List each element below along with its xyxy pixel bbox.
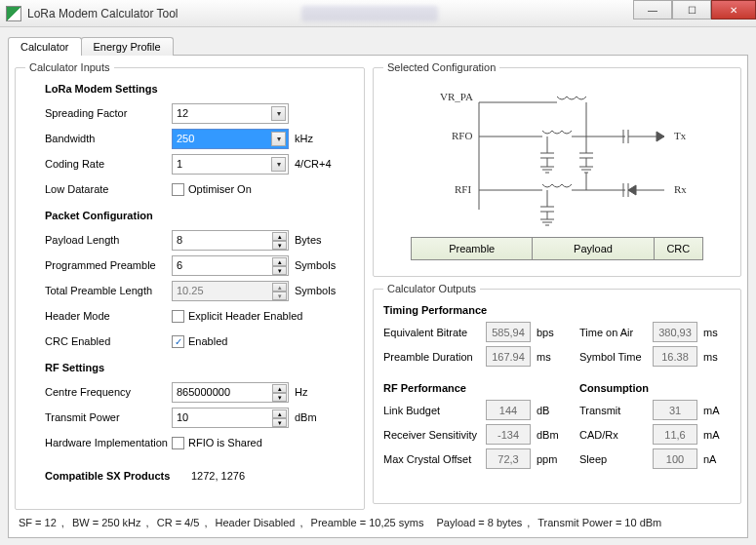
transmit-power-spin[interactable]: 10 ▴▾ [172,408,289,428]
coding-rate-label: Coding Rate [45,158,172,170]
max-crystal-offset-value: 72,3 [486,448,531,469]
blurred-region [301,6,438,21]
compatible-sx-header: Compatible SX Products [45,470,191,482]
header-mode-text: Explicit Header Enabled [188,310,302,322]
packet-config-header: Packet Configuration [45,210,354,221]
crc-enabled-checkbox[interactable]: ✓ [172,335,184,348]
minimize-button[interactable]: — [633,0,672,19]
time-on-air-value: 380,93 [653,322,697,342]
link-budget-label: Link Budget [383,405,486,416]
status-bar: SF = 12, BW = 250 kHz, CR = 4/5, Header … [15,514,741,531]
close-button[interactable]: ✕ [711,0,756,19]
chevron-down-icon: ▾ [271,106,286,121]
receiver-sensitivity-label: Receiver Sensitivity [383,429,486,441]
receiver-sensitivity-unit: dBm [537,429,564,441]
down-icon[interactable]: ▾ [272,241,287,250]
svg-marker-15 [657,132,664,141]
max-crystal-offset-label: Max Crystal Offset [383,453,486,465]
bandwidth-label: Bandwidth [45,133,172,144]
svg-marker-29 [628,185,636,195]
rfio-shared-text: RFIO is Shared [188,437,262,448]
up-icon[interactable]: ▴ [272,232,287,241]
down-icon[interactable]: ▾ [272,266,287,275]
rfio-shared-checkbox[interactable] [172,437,184,449]
cons-cadrx-value: 11,6 [653,424,697,445]
preamble-duration-value: 167.94 [486,346,531,367]
status-hdr: Header Disabled [216,517,296,528]
up-icon[interactable]: ▴ [272,257,287,266]
tab-bar: Calculator Energy Profile [8,33,756,55]
calculator-outputs-group: Calculator Outputs Timing Performance Eq… [373,283,741,504]
outputs-legend: Calculator Outputs [383,283,480,294]
payload-length-spin[interactable]: 8 ▴▾ [172,230,289,251]
cons-transmit-value: 31 [653,400,697,420]
app-icon [6,6,21,21]
coding-rate-combo[interactable]: 1 ▾ [172,154,289,175]
programmed-preamble-spin[interactable]: 6 ▴▾ [172,255,289,276]
seg-preamble[interactable]: Preamble [412,238,533,259]
packet-structure-bar: Preamble Payload CRC [411,237,703,260]
equivalent-bitrate-unit: bps [537,327,564,338]
maximize-button[interactable]: ☐ [672,0,711,19]
rf-circuit-diagram: VR_PA RFO RFI Tx Rx [391,83,723,229]
max-crystal-offset-unit: ppm [537,453,564,465]
rfi-node: RFI [455,183,471,195]
cons-sleep-value: 100 [653,448,697,469]
cons-transmit-unit: mA [703,405,731,416]
programmed-preamble-unit: Symbols [295,259,343,271]
seg-crc[interactable]: CRC [655,238,702,259]
header-mode-label: Header Mode [45,310,172,322]
symbol-time-label: Symbol Time [579,351,653,363]
payload-length-unit: Bytes [295,234,343,246]
vrpa-node: VR_PA [440,91,473,102]
header-mode-checkbox[interactable] [172,310,184,323]
status-bw: BW = 250 kHz [72,517,141,528]
cons-sleep-label: Sleep [579,453,653,465]
spreading-factor-combo[interactable]: 12 ▾ [172,103,289,124]
centre-frequency-spin[interactable]: 865000000 ▴▾ [172,382,289,403]
symbol-time-unit: ms [703,351,731,363]
link-budget-unit: dB [537,405,564,416]
payload-length-label: Payload Length [45,234,172,246]
low-datarate-label: Low Datarate [45,183,172,195]
preamble-duration-unit: ms [537,351,564,363]
calculator-inputs-group: Calculator Inputs LoRa Modem Settings Sp… [15,61,365,510]
equivalent-bitrate-label: Equivalent Bitrate [383,327,486,338]
symbol-time-value: 16.38 [653,346,697,367]
status-cr: CR = 4/5 [157,517,200,528]
selected-config-legend: Selected Configuration [383,61,499,73]
up-icon[interactable]: ▴ [272,384,287,393]
tab-calculator[interactable]: Calculator [8,37,82,56]
inputs-legend: Calculator Inputs [25,61,114,73]
calculator-panel: Calculator Inputs LoRa Modem Settings Sp… [8,55,748,538]
crc-enabled-label: CRC Enabled [45,335,172,347]
chevron-down-icon: ▾ [271,157,286,172]
compatible-sx-value: 1272, 1276 [191,470,245,482]
lora-modem-settings-header: LoRa Modem Settings [45,83,354,95]
centre-frequency-label: Centre Frequency [45,386,172,398]
down-icon: ▾ [272,292,287,300]
window-title: LoRa Modem Calculator Tool [27,7,301,20]
rf-performance-header: RF Performance [383,382,564,394]
low-datarate-checkbox[interactable] [172,183,184,196]
crc-enabled-text: Enabled [188,335,227,347]
down-icon[interactable]: ▾ [272,393,287,402]
bandwidth-combo[interactable]: 250 ▾ [172,129,289,149]
seg-payload[interactable]: Payload [533,238,654,259]
centre-frequency-unit: Hz [295,386,343,398]
bandwidth-unit: kHz [295,133,343,144]
chevron-down-icon: ▾ [271,132,286,146]
window-controls: — ☐ ✕ [633,0,756,26]
up-icon[interactable]: ▴ [272,409,287,418]
down-icon[interactable]: ▾ [272,418,287,427]
low-datarate-text: Optimiser On [188,183,252,195]
status-tp: Transmit Power = 10 dBm [537,517,661,528]
time-on-air-label: Time on Air [579,327,653,338]
selected-configuration-group: Selected Configuration [373,61,741,277]
coding-rate-unit: 4/CR+4 [295,158,343,170]
total-preamble-label: Total Preamble Length [45,285,172,296]
status-payload: Payload = 8 bytes [437,517,523,528]
tab-energy-profile[interactable]: Energy Profile [81,37,174,56]
time-on-air-unit: ms [703,327,731,338]
cons-sleep-unit: nA [703,453,731,465]
